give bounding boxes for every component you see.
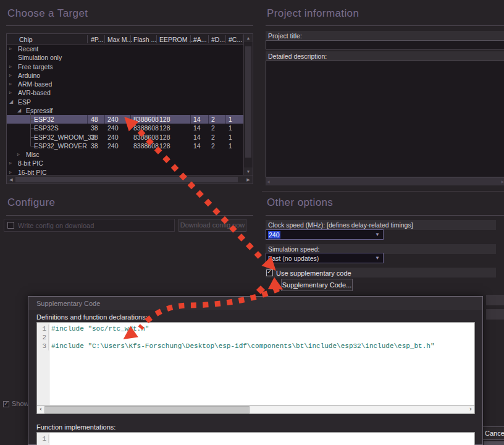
- scroll-right-icon[interactable]: ▶: [244, 176, 253, 184]
- chip-value: 48: [91, 116, 98, 123]
- expand-icon[interactable]: ▹: [9, 81, 12, 87]
- chip-value: 38: [91, 142, 98, 150]
- chip-value: 14: [193, 142, 201, 150]
- column-divider: [130, 115, 131, 124]
- table-row[interactable]: ◢Espressif: [7, 106, 244, 115]
- description-scrollbar[interactable]: ◀ ▶: [266, 177, 504, 185]
- code-lines: 1: [37, 433, 474, 443]
- table-row[interactable]: ▹Recent: [7, 44, 244, 53]
- code-line: 1#include "soc/rtc_wdt.h": [37, 324, 474, 333]
- divider: [266, 25, 504, 26]
- clock-speed-value: 240: [268, 231, 280, 239]
- simulation-speed-combo[interactable]: Fast (no updates) ▼: [266, 253, 384, 263]
- expand-icon[interactable]: ▹: [9, 46, 12, 51]
- chip-name: Recent: [18, 45, 38, 53]
- dialog-titlebar[interactable]: Supplementary Code: [28, 297, 482, 310]
- chip-tree: ▹RecentSimulation only▹Free targets▹Ardu…: [7, 44, 244, 176]
- definitions-editor[interactable]: 1#include "soc/rtc_wdt.h"23#include "C:\…: [36, 322, 475, 405]
- table-row[interactable]: ESP324824083886081281421: [7, 115, 244, 124]
- table-row[interactable]: Simulation only: [7, 53, 244, 62]
- chip-name: Misc: [26, 151, 40, 158]
- column-header[interactable]: Max M...: [107, 36, 132, 43]
- table-row[interactable]: ESP32_WROVER3824083886081281421: [7, 142, 244, 150]
- scrollbar-thumb[interactable]: [15, 177, 238, 182]
- hidden-widget: [486, 295, 504, 305]
- table-row[interactable]: ▹Arduino: [7, 71, 244, 80]
- code-text: #include "soc/rtc_wdt.h": [49, 325, 149, 333]
- code-lines: 1#include "soc/rtc_wdt.h"23#include "C:\…: [37, 323, 474, 350]
- chip-value: 8388608: [133, 142, 159, 150]
- show-dialog-checkbox[interactable]: ✓: [3, 401, 9, 407]
- table-row[interactable]: ▹AVR-based: [7, 88, 244, 97]
- chip-value: 128: [159, 116, 170, 123]
- table-row[interactable]: ▹ARM-based: [7, 80, 244, 88]
- scroll-up-icon[interactable]: ▲: [244, 34, 253, 42]
- code-text: [49, 334, 51, 341]
- scroll-right-icon[interactable]: ▶: [501, 179, 504, 184]
- column-divider[interactable]: [190, 35, 191, 43]
- expand-icon[interactable]: ▹: [9, 160, 12, 166]
- detailed-description-label: Detailed description:: [266, 51, 504, 61]
- column-divider[interactable]: [130, 35, 131, 43]
- simulation-speed-value: Fast (no updates): [268, 255, 319, 262]
- scroll-right-icon[interactable]: ›: [467, 405, 474, 413]
- scroll-left-icon[interactable]: ◀: [267, 179, 270, 184]
- table-row[interactable]: ▹Misc: [7, 150, 244, 159]
- write-config-checkbox[interactable]: [7, 222, 14, 229]
- table-row[interactable]: ▹Free targets: [7, 62, 244, 71]
- chip-value: 240: [107, 124, 119, 132]
- collapse-icon[interactable]: ◢: [17, 108, 21, 113]
- chip-name: AVR-based: [18, 89, 51, 96]
- table-row[interactable]: ▹8-bit PIC: [7, 159, 244, 167]
- column-header[interactable]: Flash ...: [133, 36, 156, 43]
- column-header[interactable]: Chip: [19, 36, 33, 43]
- chevron-down-icon[interactable]: ▼: [375, 255, 380, 261]
- scroll-left-icon[interactable]: ◀: [7, 176, 15, 184]
- column-divider[interactable]: [208, 35, 209, 43]
- horizontal-scrollbar[interactable]: ◀ ▶: [7, 175, 253, 184]
- supplementary-code-button[interactable]: Supplementary Code...: [281, 279, 353, 291]
- chevron-down-icon[interactable]: ▼: [375, 232, 380, 237]
- cancel-button[interactable]: Cancel: [482, 426, 504, 440]
- chip-value: 14: [193, 116, 201, 123]
- column-header[interactable]: EEPROM ...: [159, 36, 195, 43]
- scrollbar-thumb[interactable]: [44, 406, 250, 413]
- download-config-button[interactable]: Download config now: [178, 219, 246, 232]
- table-row[interactable]: ESP32S3824083886081281421: [7, 124, 244, 132]
- detailed-description-textarea[interactable]: [266, 61, 504, 177]
- divider: [262, 191, 504, 192]
- check-icon: ✓: [267, 268, 272, 275]
- chip-table[interactable]: Chip#P...Max M...Flash ...EEPROM ...#A..…: [6, 33, 253, 184]
- column-divider: [208, 115, 209, 124]
- expand-icon[interactable]: ▹: [9, 64, 12, 69]
- show-dialog-label: Show: [12, 400, 29, 407]
- expand-icon[interactable]: ▹: [9, 72, 12, 78]
- vertical-scrollbar[interactable]: ▲ ▼: [243, 34, 253, 176]
- editor-h-scrollbar[interactable]: ‹ ›: [36, 405, 475, 414]
- expand-icon[interactable]: ▹: [17, 151, 20, 157]
- expand-icon[interactable]: ▹: [9, 90, 12, 95]
- column-header[interactable]: #D...: [211, 36, 225, 43]
- collapse-icon[interactable]: ◢: [9, 99, 13, 104]
- code-line: 3#include "C:\Users\Kfs-Forschung\Deskto…: [37, 342, 474, 350]
- scroll-left-icon[interactable]: ‹: [37, 405, 44, 413]
- column-header[interactable]: #C...: [229, 36, 242, 43]
- table-row[interactable]: ESP32_WROOM_323824083886081281421: [7, 133, 244, 142]
- column-header[interactable]: #A...: [193, 36, 207, 43]
- clock-speed-combo[interactable]: 240 ▼: [266, 229, 384, 240]
- column-divider[interactable]: [104, 35, 105, 43]
- project-title-input[interactable]: [266, 40, 504, 49]
- column-divider[interactable]: [87, 35, 88, 43]
- chip-value: 8388608: [133, 134, 159, 141]
- expand-icon[interactable]: ▹: [9, 169, 12, 175]
- table-row[interactable]: ◢ESP: [7, 98, 244, 106]
- column-divider[interactable]: [156, 35, 157, 43]
- use-supplementary-checkbox[interactable]: ✓: [266, 269, 273, 276]
- column-header[interactable]: #P...: [91, 36, 103, 43]
- chip-value: 8388608: [133, 124, 159, 132]
- implementations-editor[interactable]: 1: [36, 432, 475, 445]
- column-divider[interactable]: [225, 35, 226, 43]
- chip-table-header[interactable]: Chip#P...Max M...Flash ...EEPROM ...#A..…: [7, 34, 244, 45]
- chip-value: 1: [229, 116, 232, 123]
- scrollbar-thumb[interactable]: [245, 46, 251, 158]
